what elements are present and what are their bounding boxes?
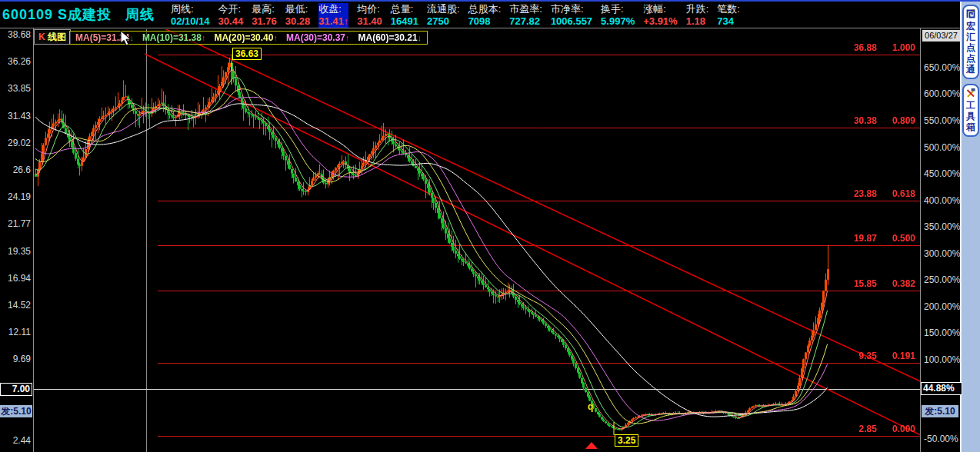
fib-ratio: 1.000 <box>892 43 915 53</box>
quote-field-5: 均价:31.40 <box>357 3 391 28</box>
fib-price: 19.87 <box>854 234 877 244</box>
quote-field-value: 31.41↑ <box>318 15 348 28</box>
quote-field-label: 总量: <box>391 3 418 15</box>
kline-chart-canvas[interactable] <box>34 29 920 452</box>
issue-price-badge-left: 发:5.10 <box>0 405 32 417</box>
right-axis-label: 300.00% <box>924 249 960 258</box>
left-axis-label: 31.43 <box>0 111 31 121</box>
fib-level-label: 2.850.000 <box>859 424 915 434</box>
fib-price: 36.88 <box>854 43 877 53</box>
percent-indicator-box: 44.88% <box>921 382 962 395</box>
quote-field-label: 市净率: <box>551 3 592 15</box>
left-axis-label: 24.19 <box>0 192 31 201</box>
peak-price-label: 36.63 <box>232 48 262 60</box>
left-axis-label: 16.94 <box>0 274 31 283</box>
right-axis-label: 200.00% <box>924 302 960 311</box>
quote-field-value: 1.18 <box>686 15 709 28</box>
fib-ratio: 0.191 <box>892 351 915 361</box>
low-price-label: 3.25 <box>615 434 638 447</box>
price-indicator-box: 7.00 <box>0 383 32 396</box>
toolbar-button-char: 具 <box>966 111 975 121</box>
fib-level-label: 15.850.382 <box>854 279 915 289</box>
quote-field-label: 总股本: <box>468 3 502 15</box>
quote-field-12: 涨幅:+3.91% <box>643 3 685 28</box>
quote-field-0: 周线:02/10/14 <box>171 3 218 28</box>
left-axis-label: 19.35 <box>0 247 31 256</box>
left-axis-label: 21.77 <box>0 219 31 228</box>
left-axis-label: 14.52 <box>0 301 31 310</box>
ma60-label: MA(60)=30.21↓ <box>358 32 422 43</box>
quote-field-value: 2750 <box>427 15 460 28</box>
quote-field-label: 市盈率: <box>509 3 542 15</box>
fib-price: 2.85 <box>859 424 877 434</box>
quote-field-value: 5.997% <box>601 15 635 28</box>
ma30-label: MA(30)=30.37↑ <box>286 32 350 43</box>
spiral-icon <box>965 8 976 19</box>
quote-field-label: 涨幅: <box>643 3 677 15</box>
quote-field-1: 今开:30.44 <box>218 3 252 28</box>
stock-title: 600109 S成建投周线 <box>2 5 155 24</box>
quote-field-value: 02/10/14 <box>171 15 210 28</box>
toolbar-button-char: 通 <box>966 64 975 75</box>
quote-field-value: 30.44 <box>218 15 244 28</box>
fib-level-label: 19.870.500 <box>854 234 915 244</box>
period-label: 周线 <box>125 7 155 22</box>
fib-ratio: 0.618 <box>892 189 915 199</box>
fib-level-label: 30.380.809 <box>854 116 915 126</box>
toolbar-button-char: 箱 <box>966 121 975 132</box>
stock-code: 600109 <box>2 7 53 22</box>
fib-ratio: 0.382 <box>892 279 915 289</box>
quote-field-label: 周线: <box>171 3 210 15</box>
quote-field-value: 31.40 <box>357 15 382 28</box>
left-axis-label: 38.68 <box>0 30 31 39</box>
right-tool-strip: 宏汇点点通工具箱 <box>960 2 980 452</box>
toolbar-button-char: 汇 <box>966 32 975 42</box>
fib-price: 30.38 <box>854 116 877 126</box>
right-axis-label: 650.00% <box>924 63 960 72</box>
toolbar-button-toolbox[interactable]: 工具箱 <box>962 84 979 137</box>
quote-field-label: 升跌: <box>686 3 709 15</box>
fib-level-label: 36.881.000 <box>854 43 915 53</box>
fib-price: 9.35 <box>859 351 877 361</box>
fib-ratio: 0.000 <box>892 424 915 434</box>
quote-field-label: 收盘: <box>318 3 348 15</box>
up-arrow-icon: ↑ <box>202 33 206 42</box>
chart-top-border <box>0 28 960 28</box>
right-axis-label: 250.00% <box>924 275 960 284</box>
date-label: 06/03/27 <box>922 30 960 42</box>
quote-field-label: 笔数: <box>717 3 740 15</box>
quote-field-label: 最高: <box>252 3 277 15</box>
toolbar-button-char: 点 <box>966 42 975 53</box>
right-axis-label: 350.00% <box>924 222 960 231</box>
quote-field-13: 升跌:1.18 <box>686 3 718 28</box>
left-axis-label: 33.85 <box>0 84 31 93</box>
right-axis-label: 550.00% <box>924 116 960 125</box>
quote-field-value: 30.28 <box>285 15 311 28</box>
right-axis-label: 600.00% <box>924 89 960 98</box>
right-axis-label: 150.00% <box>924 328 960 337</box>
quote-field-4: 收盘:31.41↑ <box>318 3 357 28</box>
toolbar-button-char: 宏 <box>966 21 975 32</box>
right-axis-label: 400.00% <box>924 196 960 205</box>
left-axis-label: 36.26 <box>0 57 31 66</box>
fib-level-label: 23.880.618 <box>854 189 915 199</box>
quote-field-11: 换手:5.997% <box>601 3 643 28</box>
quote-field-label: 今开: <box>218 3 244 15</box>
q-marker: q <box>588 401 593 412</box>
right-axis-label: 100.00% <box>924 355 960 364</box>
up-arrow-icon: ↑ <box>273 33 278 42</box>
down-arrow-icon: ↓ <box>418 33 422 42</box>
toolbar-button-honghui[interactable]: 宏汇点点通 <box>962 5 979 79</box>
quote-field-label: 流通股: <box>427 3 460 15</box>
left-axis-label: 2.44 <box>0 436 31 445</box>
quote-fields: 周线:02/10/14今开:30.44最高:31.76最低:30.28收盘:31… <box>171 3 748 28</box>
fib-price: 23.88 <box>854 189 877 199</box>
toolbar-button-char: 点 <box>966 53 975 64</box>
fib-ratio: 0.500 <box>892 234 915 244</box>
mouse-cursor <box>120 30 132 47</box>
quote-field-2: 最高:31.76 <box>252 3 285 28</box>
quote-field-8: 总股本:7098 <box>468 3 510 28</box>
quote-field-14: 笔数:734 <box>717 3 748 28</box>
right-axis-label: -50.00% <box>924 434 958 444</box>
quote-field-3: 最低:30.28 <box>285 3 319 28</box>
